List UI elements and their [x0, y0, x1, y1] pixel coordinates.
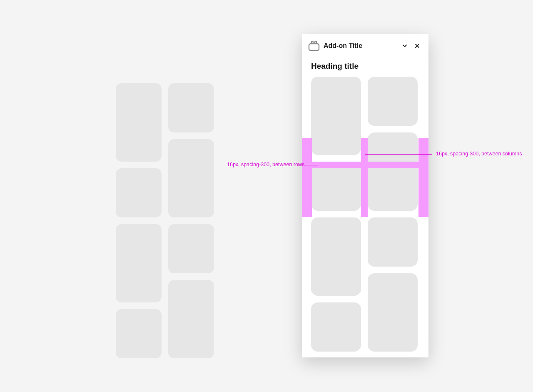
- annotation-rows: 16px, spacing-300, between rows: [227, 162, 304, 167]
- grid-card[interactable]: [368, 77, 418, 126]
- grid-card[interactable]: [368, 217, 418, 267]
- placeholder-card: [116, 83, 162, 162]
- annotation-cols-line: [365, 154, 432, 155]
- placeholder-card: [116, 168, 162, 217]
- side-padding-overlay-left: [302, 138, 312, 217]
- placeholder-card: [116, 309, 162, 358]
- side-padding-overlay-right: [418, 138, 428, 217]
- chevron-down-icon[interactable]: [400, 41, 409, 50]
- svg-rect-0: [309, 44, 319, 50]
- grid-card[interactable]: [311, 162, 361, 211]
- close-icon[interactable]: [413, 41, 422, 50]
- placeholder-card: [168, 139, 214, 217]
- placeholder-card: [168, 280, 214, 358]
- panel-header: Add-on Title: [302, 34, 428, 57]
- panel-title: Add-on Title: [324, 42, 400, 50]
- grid-card[interactable]: [368, 273, 418, 352]
- annotation-rows-line: [297, 165, 318, 165]
- annotation-cols: 16px, spacing-300, between columns: [436, 151, 522, 157]
- placeholder-card: [116, 224, 162, 302]
- left-masonry-preview: [116, 83, 214, 358]
- panel-heading: Heading title: [311, 62, 419, 71]
- grid-card[interactable]: [311, 77, 361, 155]
- row-gap-overlay: [302, 162, 428, 168]
- placeholder-card: [168, 83, 214, 132]
- addon-icon: [308, 40, 320, 52]
- placeholder-card: [168, 224, 214, 273]
- grid-card[interactable]: [368, 132, 418, 211]
- grid-card[interactable]: [311, 302, 361, 352]
- column-gap-overlay: [361, 138, 368, 217]
- grid-card[interactable]: [311, 217, 361, 296]
